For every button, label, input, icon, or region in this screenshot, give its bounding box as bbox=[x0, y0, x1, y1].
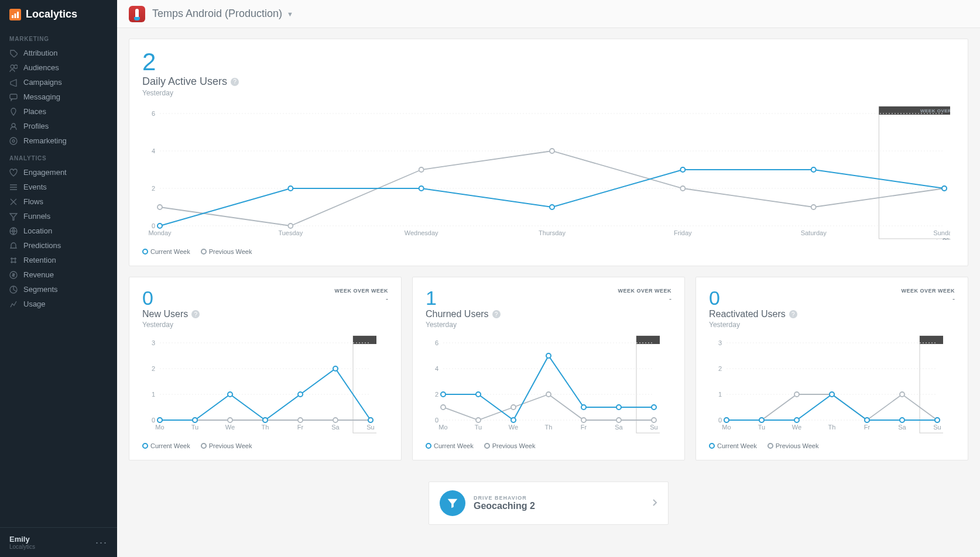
nav-section-title: MARKETING bbox=[0, 29, 117, 46]
legend-previous-week[interactable]: Previous Week bbox=[201, 248, 252, 255]
svg-text:0: 0 bbox=[152, 222, 155, 229]
funnel-icon bbox=[9, 212, 18, 221]
svg-point-132 bbox=[759, 418, 764, 422]
reactivated-users-card: 0 Reactivated Users? Yesterday WEEK OVER… bbox=[695, 277, 968, 460]
sidebar-item-location[interactable]: Location bbox=[0, 224, 117, 238]
help-icon[interactable]: ? bbox=[492, 310, 501, 318]
svg-text:4: 4 bbox=[435, 365, 438, 372]
svg-rect-0 bbox=[12, 15, 13, 18]
legend-previous-week[interactable]: Previous Week bbox=[201, 442, 252, 449]
app-title: Temps Android (Production) bbox=[152, 8, 282, 20]
drive-behavior-card[interactable]: DRIVE BEHAVIOR Geocaching 2 bbox=[429, 482, 669, 525]
churned-title: Churned Users bbox=[426, 309, 489, 319]
svg-rect-5 bbox=[10, 94, 17, 99]
svg-text:1: 1 bbox=[718, 391, 722, 398]
sidebar-item-campaigns[interactable]: Campaigns bbox=[0, 75, 117, 90]
svg-text:Th: Th bbox=[545, 424, 553, 431]
sidebar-item-attribution[interactable]: Attribution bbox=[0, 46, 117, 60]
svg-text:2: 2 bbox=[152, 365, 155, 372]
reactivated-value: 0 bbox=[709, 288, 797, 308]
sidebar: Localytics MARKETINGAttributionAudiences… bbox=[0, 0, 117, 557]
svg-text:Mo: Mo bbox=[722, 424, 731, 431]
svg-point-31 bbox=[157, 205, 162, 209]
sidebar-item-usage[interactable]: Usage bbox=[0, 297, 117, 311]
svg-text:Thursday: Thursday bbox=[539, 229, 566, 236]
help-icon[interactable]: ? bbox=[191, 310, 200, 318]
sidebar-item-flows[interactable]: Flows bbox=[0, 194, 117, 209]
svg-point-94 bbox=[476, 418, 481, 422]
svg-text:Tuesday: Tuesday bbox=[278, 229, 303, 236]
svg-point-40 bbox=[419, 186, 424, 191]
svg-text:2: 2 bbox=[718, 365, 722, 372]
legend-current-week[interactable]: Current Week bbox=[142, 442, 190, 449]
svg-text:Sa: Sa bbox=[331, 424, 340, 431]
sidebar-item-predictions[interactable]: Predictions bbox=[0, 238, 117, 253]
svg-point-98 bbox=[616, 418, 621, 422]
list-icon bbox=[9, 183, 18, 191]
svg-point-97 bbox=[581, 418, 586, 422]
svg-point-96 bbox=[546, 392, 551, 397]
svg-text:Tu: Tu bbox=[191, 424, 198, 431]
dau-subtitle: Yesterday bbox=[142, 89, 955, 97]
wow-label: WEEK OVER WEEK bbox=[334, 288, 388, 294]
svg-text:2: 2 bbox=[152, 185, 155, 192]
svg-text:We: We bbox=[225, 424, 235, 431]
svg-point-133 bbox=[794, 418, 799, 422]
dau-title: Daily Active Users bbox=[142, 75, 227, 88]
svg-point-66 bbox=[298, 418, 303, 422]
svg-text:Tu: Tu bbox=[758, 424, 765, 431]
help-icon[interactable]: ? bbox=[231, 78, 239, 86]
sidebar-item-remarketing[interactable]: Remarketing bbox=[0, 133, 117, 148]
globe-icon bbox=[9, 227, 18, 235]
svg-point-95 bbox=[511, 405, 516, 410]
help-icon[interactable]: ? bbox=[789, 310, 797, 318]
content: 2 Daily Active Users ? Yesterday WEEK OV… bbox=[117, 28, 980, 557]
sidebar-more-icon[interactable]: ··· bbox=[95, 537, 108, 549]
sidebar-item-events[interactable]: Events bbox=[0, 180, 117, 194]
svg-text:Fr: Fr bbox=[864, 424, 871, 431]
legend-current-week[interactable]: Current Week bbox=[142, 248, 190, 255]
sidebar-item-audiences[interactable]: Audiences bbox=[0, 60, 117, 75]
svg-point-102 bbox=[511, 418, 516, 422]
sidebar-item-funnels[interactable]: Funnels bbox=[0, 209, 117, 224]
svg-rect-76 bbox=[636, 336, 660, 433]
svg-point-100 bbox=[441, 392, 446, 397]
svg-text:Wednesday: Wednesday bbox=[405, 229, 438, 236]
svg-text:6: 6 bbox=[152, 110, 155, 117]
svg-text:Sa: Sa bbox=[898, 424, 906, 431]
chat-icon bbox=[9, 93, 18, 101]
reactivated-wow: - bbox=[901, 295, 955, 303]
flow-icon bbox=[9, 198, 18, 206]
dau-value: 2 bbox=[142, 50, 955, 74]
svg-text:▲ 0%: ▲ 0% bbox=[933, 237, 950, 240]
legend-current-week[interactable]: Current Week bbox=[426, 442, 474, 449]
chevron-down-icon: ▼ bbox=[287, 11, 293, 18]
target-icon bbox=[9, 137, 18, 145]
nav-section-title: ANALYTICS bbox=[0, 148, 117, 165]
users-icon bbox=[9, 64, 18, 72]
sidebar-item-messaging[interactable]: Messaging bbox=[0, 90, 117, 104]
legend-current-week[interactable]: Current Week bbox=[709, 442, 757, 449]
svg-text:WEEK OVER WEEK: WEEK OVER WEEK bbox=[920, 108, 950, 114]
svg-text:Fr: Fr bbox=[581, 424, 587, 431]
sidebar-item-places[interactable]: Places bbox=[0, 104, 117, 119]
app-switcher[interactable]: Temps Android (Production) ▼ bbox=[152, 8, 293, 20]
churned-chart: 0246MoTuWeThFrSaSu bbox=[426, 335, 671, 436]
sidebar-item-profiles[interactable]: Profiles bbox=[0, 119, 117, 133]
svg-text:Th: Th bbox=[262, 424, 269, 431]
sidebar-item-revenue[interactable]: Revenue bbox=[0, 267, 117, 282]
svg-text:3: 3 bbox=[152, 339, 155, 346]
svg-point-129 bbox=[900, 392, 904, 397]
svg-text:6: 6 bbox=[435, 339, 438, 346]
segments-icon bbox=[9, 286, 18, 294]
legend-previous-week[interactable]: Previous Week bbox=[484, 442, 536, 449]
brand-logo[interactable]: Localytics bbox=[0, 0, 117, 29]
svg-text:Su: Su bbox=[933, 424, 941, 431]
sidebar-item-retention[interactable]: Retention bbox=[0, 253, 117, 267]
sidebar-item-segments[interactable]: Segments bbox=[0, 282, 117, 297]
sidebar-item-engagement[interactable]: Engagement bbox=[0, 165, 117, 180]
svg-point-75 bbox=[368, 418, 373, 422]
legend-previous-week[interactable]: Previous Week bbox=[767, 442, 819, 449]
svg-text:Mo: Mo bbox=[438, 424, 447, 431]
svg-point-131 bbox=[724, 418, 729, 422]
